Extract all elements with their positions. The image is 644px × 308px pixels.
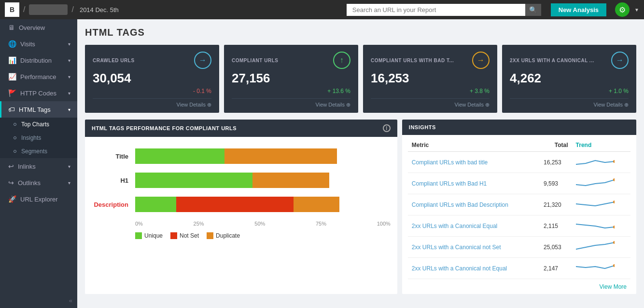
bar-container-description: [135, 197, 391, 212]
sidebar-item-url-explorer[interactable]: 🚀 URL Explorer: [0, 191, 77, 207]
bar-chart: Title H1: [92, 144, 391, 244]
sidebar-item-overview[interactable]: 🖥 Overview: [0, 19, 77, 36]
arrow-right-icon-canonical: →: [611, 52, 629, 69]
table-cell-metric[interactable]: 2xx URLs with a Canonical Equal: [408, 215, 540, 237]
sidebar-collapse-button[interactable]: «: [0, 293, 77, 308]
chart-info-icon[interactable]: i: [383, 124, 391, 132]
chevron-down-icon-perf: ▾: [68, 74, 70, 80]
sidebar-submenu-html-tags: Top Charts Insights Segments: [0, 118, 77, 158]
card-label-compliant: COMPLIANT URLS ↑: [232, 52, 350, 69]
table-cell-total: 9,593: [540, 173, 572, 194]
sidebar-label-performance: Performance: [20, 73, 56, 80]
card-compliant-urls: COMPLIANT URLS ↑ 27,156 + 13.6 % View De…: [224, 45, 358, 113]
chart-panel: HTML TAGS PERFORMANCE FOR COMPLIANT URLS…: [85, 120, 397, 294]
legend-label-unique: Unique: [144, 232, 163, 239]
flag-icon: 🚩: [8, 89, 16, 97]
card-change-crawled: - 0.1 %: [93, 88, 211, 94]
bar-chart-icon: 📊: [8, 56, 16, 64]
sidebar-label-visits: Visits: [20, 40, 35, 48]
sidebar-item-segments[interactable]: Segments: [0, 145, 77, 158]
table-cell-metric[interactable]: Compliant URLs with Bad Description: [408, 194, 540, 215]
new-analysis-button[interactable]: New Analysis: [551, 3, 606, 16]
card-footer-compliant[interactable]: View Details ⊕: [232, 98, 350, 108]
sidebar-label-outlinks: Outlinks: [18, 179, 41, 187]
card-footer-bad-title[interactable]: View Details ⊕: [371, 98, 490, 108]
axis-25: 25%: [194, 221, 204, 227]
header-date: 2014 Dec. 5th: [80, 6, 119, 13]
bar-seg-desc-green: [135, 197, 176, 212]
chart-panel-title: HTML TAGS PERFORMANCE FOR COMPLIANT URLS: [92, 125, 237, 131]
svg-point-2: [613, 201, 615, 203]
card-crawled-urls: CRAWLED URLS → 30,054 - 0.1 % View Detai…: [85, 45, 219, 113]
sidebar-item-outlinks[interactable]: ↪ Outlinks ▾: [0, 174, 77, 191]
table-cell-metric[interactable]: 2xx URLs with a Canonical not Set: [408, 237, 540, 258]
insights-table-header-row: Metric Total Trend: [408, 139, 630, 152]
table-row: 2xx URLs with a Canonical not Equal2,147: [408, 258, 630, 279]
main-layout: 🖥 Overview 🌐 Visits ▾ 📊 Distribution ▾ 📈…: [0, 19, 644, 308]
card-label-canonical: 2XX URLS WITH A CANONICAL ... →: [510, 52, 629, 69]
sidebar-label-http-codes: HTTP Codes: [20, 90, 56, 97]
view-more-link[interactable]: View More: [600, 283, 627, 290]
sidebar-label-insights: Insights: [21, 134, 41, 141]
table-cell-metric[interactable]: 2xx URLs with a Canonical not Equal: [408, 258, 540, 279]
trend-sparkline: [576, 156, 615, 167]
view-more-section: View More: [408, 279, 630, 292]
table-cell-total: 25,053: [540, 237, 572, 258]
search-button[interactable]: 🔍: [525, 4, 541, 16]
legend-unique: Unique: [135, 232, 163, 239]
chevron-down-icon-html: ▾: [68, 107, 70, 112]
legend-label-not-set: Not Set: [180, 232, 199, 239]
bar-container-title: [135, 148, 391, 164]
sidebar-item-top-charts[interactable]: Top Charts: [0, 118, 77, 131]
sidebar-item-http-codes[interactable]: 🚩 HTTP Codes ▾: [0, 85, 77, 101]
sidebar-item-distribution[interactable]: 📊 Distribution ▾: [0, 52, 77, 68]
svg-point-1: [613, 178, 615, 181]
legend-not-set: Not Set: [170, 232, 199, 239]
bar-seg-h1-orange: [252, 173, 329, 188]
tags-icon: 🏷: [8, 106, 15, 113]
legend-label-duplicate: Duplicate: [216, 232, 240, 239]
chart-panel-body: Title H1: [85, 137, 397, 251]
sidebar-item-visits[interactable]: 🌐 Visits ▾: [0, 36, 77, 52]
bar-seg-title-orange: [224, 148, 337, 164]
cards-row: CRAWLED URLS → 30,054 - 0.1 % View Detai…: [85, 45, 636, 113]
insights-panel-header: INSIGHTS: [402, 120, 636, 135]
axis-75: 75%: [316, 221, 326, 227]
sidebar-item-html-tags[interactable]: 🏷 HTML Tags ▾: [0, 101, 77, 118]
table-cell-metric[interactable]: Compliant URLs with bad title: [408, 152, 540, 173]
trend-sparkline: [576, 198, 615, 210]
breadcrumb-project[interactable]: [29, 4, 68, 15]
chevron-down-icon-dist: ▾: [68, 58, 70, 63]
table-cell-trend: [572, 152, 630, 173]
legend-color-duplicate: [207, 232, 213, 239]
table-cell-trend: [572, 173, 630, 194]
sidebar: 🖥 Overview 🌐 Visits ▾ 📊 Distribution ▾ 📈…: [0, 19, 77, 308]
sidebar-item-performance[interactable]: 📈 Performance ▾: [0, 68, 77, 85]
content-area: HTML TAGS CRAWLED URLS → 30,054 - 0.1 % …: [77, 19, 644, 308]
inlinks-icon: ↩: [8, 162, 14, 170]
card-footer-crawled[interactable]: View Details ⊕: [93, 98, 211, 108]
avatar-dropdown-icon[interactable]: ▼: [634, 7, 639, 13]
search-input[interactable]: [347, 4, 525, 16]
table-row: Compliant URLs with Bad Description21,32…: [408, 194, 630, 215]
chevron-down-icon-http: ▾: [68, 91, 70, 96]
sidebar-label-top-charts: Top Charts: [21, 121, 49, 128]
chevron-down-icon: ▾: [68, 41, 70, 47]
breadcrumb-sep2: /: [71, 5, 73, 14]
sidebar-item-inlinks[interactable]: ↩ Inlinks ▾: [0, 158, 77, 174]
table-cell-total: 2,115: [540, 215, 572, 237]
sidebar-item-insights[interactable]: Insights: [0, 131, 77, 145]
col-metric: Metric: [408, 139, 540, 152]
bar-label-h1: H1: [92, 177, 135, 184]
card-change-compliant: + 13.6 %: [232, 88, 350, 94]
axis-0: 0%: [135, 221, 143, 227]
insights-table-body: Compliant URLs with bad title16,253Compl…: [408, 152, 630, 279]
collapse-icon: «: [69, 297, 72, 304]
table-cell-total: 2,147: [540, 258, 572, 279]
bar-seg-title-green: [135, 148, 224, 164]
table-row: 2xx URLs with a Canonical not Set25,053: [408, 237, 630, 258]
line-chart-icon: 📈: [8, 73, 16, 80]
card-change-canonical: + 1.0 %: [510, 88, 629, 94]
card-footer-canonical[interactable]: View Details ⊕: [510, 98, 629, 108]
table-cell-metric[interactable]: Compliant URLs with Bad H1: [408, 173, 540, 194]
